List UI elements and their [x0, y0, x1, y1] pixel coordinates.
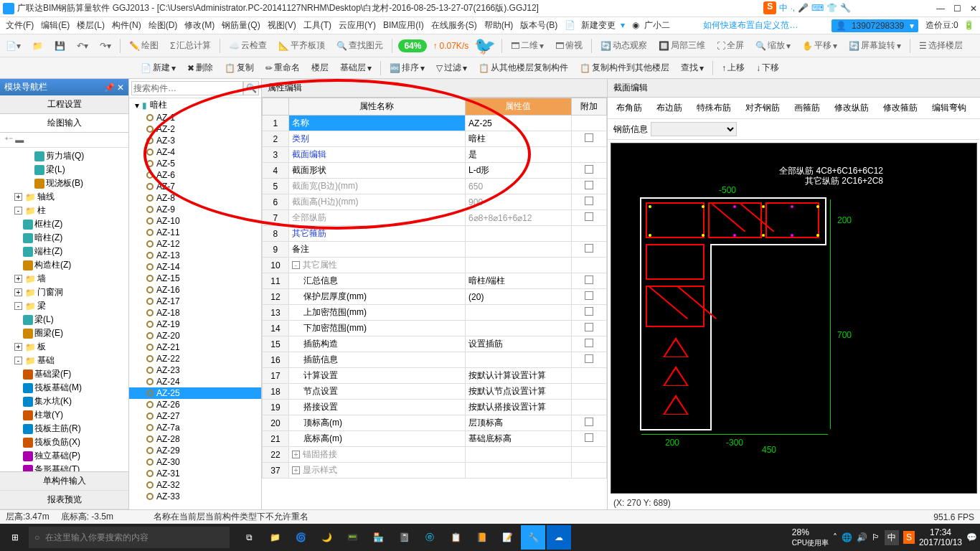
nav-mini-toolbar[interactable]: ⁺⁻ ▬	[0, 133, 128, 148]
new-component-button[interactable]: 📄 新建 ▾	[138, 60, 179, 75]
list-item[interactable]: AZ-4	[129, 146, 261, 158]
overview-button[interactable]: 🗖 俯视	[552, 38, 585, 53]
nav-node[interactable]: +📁门窗洞	[3, 286, 126, 299]
nav-node[interactable]: 筏板负筋(X)	[3, 435, 126, 449]
prop-row[interactable]: 9备注	[263, 242, 607, 258]
nav-node[interactable]: 筏板主筋(R)	[3, 422, 126, 435]
list-item[interactable]: AZ-2	[129, 123, 261, 135]
nav-node[interactable]: 端柱(Z)	[3, 245, 126, 258]
list-root[interactable]: ▾ ▮ 暗柱	[129, 98, 261, 112]
tray-flag-icon[interactable]: 🏳	[872, 532, 880, 542]
section-tab[interactable]: 编辑弯钩	[929, 100, 969, 116]
prop-row[interactable]: 17计算设置按默认计算设置计算	[263, 368, 607, 384]
nav-node[interactable]: 集水坑(K)	[3, 395, 126, 408]
move-down-button[interactable]: ↓ 下移	[753, 60, 782, 75]
section-tab[interactable]: 布角筋	[613, 100, 645, 116]
rename-button[interactable]: ✏ 重命名	[263, 60, 303, 75]
list-item[interactable]: AZ-17	[129, 296, 261, 307]
menu-version[interactable]: 版本号(B)	[517, 18, 560, 33]
nav-node[interactable]: -📁梁	[3, 299, 126, 313]
tool-icon[interactable]: 🔧	[840, 3, 851, 13]
tb-app10-icon[interactable]: 📝	[495, 525, 519, 550]
prop-row[interactable]: 22+锚固搭接	[263, 447, 607, 463]
find-button[interactable]: 查找 ▾	[678, 60, 707, 75]
base-floor-dropdown[interactable]: 基础层 ▾	[337, 60, 374, 75]
list-item[interactable]: AZ-7	[129, 181, 261, 192]
undo-button[interactable]: ↶▾	[74, 39, 91, 52]
prop-row[interactable]: 16插筋信息	[263, 352, 607, 368]
list-item[interactable]: AZ-16	[129, 284, 261, 296]
nav-node[interactable]: 构造柱(Z)	[3, 258, 126, 272]
nav-node[interactable]: 暗柱(Z)	[3, 231, 126, 245]
prop-row[interactable]: 37+显示样式	[263, 463, 607, 479]
zoom-button[interactable]: 🔍 缩放 ▾	[753, 38, 793, 53]
prop-row[interactable]: 13上加密范围(mm)	[263, 305, 607, 321]
prop-row[interactable]: 7全部纵筋6⌀8+8⌀16+6⌀12	[263, 210, 607, 226]
2d-button[interactable]: 🗖 二维 ▾	[508, 38, 547, 53]
nav-node[interactable]: 梁(L)	[3, 313, 126, 326]
nav-footer-report[interactable]: 报表预览	[0, 491, 128, 509]
menu-bim[interactable]: BIM应用(I)	[380, 18, 427, 33]
menu-view[interactable]: 视图(V)	[265, 18, 299, 33]
list-item[interactable]: AZ-10	[129, 215, 261, 227]
tray-net-icon[interactable]: 🌐	[842, 532, 852, 542]
list-item[interactable]: AZ-6	[129, 169, 261, 181]
nav-node[interactable]: 现浇板(B)	[3, 176, 126, 190]
taskbar-search[interactable]: ○ 在这里输入你要搜索的内容	[29, 527, 230, 548]
list-item[interactable]: AZ-12	[129, 238, 261, 250]
tray-up-icon[interactable]: ˄	[833, 532, 837, 542]
nav-tab-project[interactable]: 工程设置	[0, 95, 128, 113]
section-tab[interactable]: 画箍筋	[791, 100, 823, 116]
prop-row[interactable]: 6截面高(H边)(mm)900	[263, 194, 607, 210]
tb-app2-icon[interactable]: 🌀	[288, 525, 313, 550]
menu-online[interactable]: 在线服务(S)	[428, 18, 480, 33]
section-tab[interactable]: 对齐钢筋	[743, 100, 783, 116]
list-item[interactable]: AZ-23	[129, 364, 261, 376]
prop-row[interactable]: 18节点设置按默认节点设置计算	[263, 384, 607, 400]
prop-row[interactable]: 8其它箍筋	[263, 226, 607, 242]
tb-app1-icon[interactable]: 📁	[263, 525, 287, 550]
section-tab[interactable]: 布边筋	[654, 100, 685, 116]
list-item[interactable]: AZ-5	[129, 158, 261, 169]
nav-node[interactable]: 基础梁(F)	[3, 367, 126, 381]
bar-info-select[interactable]	[651, 122, 737, 136]
cpu-meter[interactable]: 28%CPU使用率	[792, 527, 829, 548]
prop-row[interactable]: 10-其它属性	[263, 258, 607, 273]
prop-row[interactable]: 21底标高(m)基础底标高	[263, 431, 607, 447]
sum-button[interactable]: Σ 汇总计算	[167, 38, 214, 53]
rotate-button[interactable]: 🔄 屏幕旋转 ▾	[846, 38, 904, 53]
search-input[interactable]	[131, 81, 243, 95]
list-item[interactable]: AZ-18	[129, 307, 261, 319]
nav-node[interactable]: 圈梁(E)	[3, 326, 126, 340]
menu-rebar[interactable]: 钢筋量(Q)	[219, 18, 263, 33]
list-item[interactable]: AZ-20	[129, 330, 261, 342]
nav-tab-draw[interactable]: 绘图输入	[0, 114, 128, 132]
prop-row[interactable]: 4截面形状L-d形	[263, 163, 607, 179]
list-item[interactable]: AZ-27	[129, 410, 261, 422]
list-item[interactable]: AZ-1	[129, 112, 261, 123]
list-item[interactable]: AZ-13	[129, 250, 261, 261]
tb-app12-icon[interactable]: ☁	[547, 525, 571, 550]
user-badge[interactable]: 👤 13907298339 ▾	[831, 19, 918, 32]
tb-app9-icon[interactable]: 📙	[469, 525, 494, 550]
nav-node[interactable]: -📁基础	[3, 354, 126, 367]
redo-button[interactable]: ↷▾	[97, 39, 114, 52]
tray-vol-icon[interactable]: 🔊	[857, 532, 867, 542]
nav-node[interactable]: 独立基础(P)	[3, 449, 126, 463]
new-change-button[interactable]: 📄 新建变更 ▾	[562, 18, 628, 33]
select-floor-button[interactable]: ☰ 选择楼层	[916, 38, 966, 53]
tb-app4-icon[interactable]: 📟	[340, 525, 364, 550]
list-item[interactable]: AZ-26	[129, 399, 261, 410]
find-element-button[interactable]: 🔍 查找图元	[334, 38, 386, 53]
mic-icon[interactable]: 🎤	[798, 3, 809, 13]
nav-node[interactable]: -📁柱	[3, 204, 126, 217]
task-view-icon[interactable]: ⧉	[237, 525, 261, 550]
nav-node[interactable]: 梁(L)	[3, 163, 126, 176]
keyboard-icon[interactable]: ⌨	[811, 3, 824, 13]
filter-button[interactable]: ▽ 过滤 ▾	[433, 60, 470, 75]
list-item[interactable]: AZ-24	[129, 376, 261, 387]
prop-row[interactable]: 14下加密范围(mm)	[263, 321, 607, 336]
menu-draw[interactable]: 绘图(D)	[146, 18, 181, 33]
tb-app6-icon[interactable]: 📓	[392, 525, 416, 550]
prop-row[interactable]: 1名称AZ-25	[263, 116, 607, 131]
